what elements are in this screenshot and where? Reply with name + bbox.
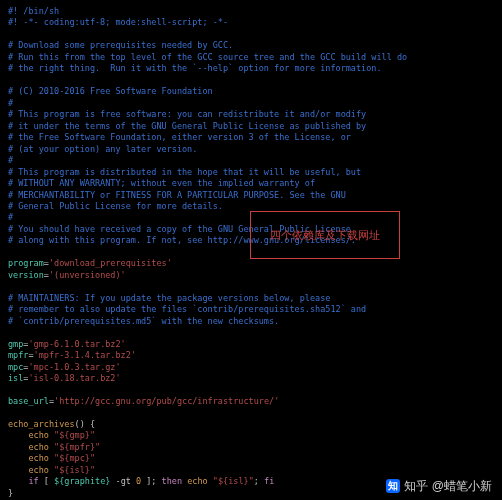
annotation-text: 四个依赖库及下载网址 (270, 228, 380, 243)
annotation-callout: 四个依赖库及下载网址 (250, 211, 400, 259)
watermark: 知 知乎 @蜡笔小新 (386, 478, 492, 494)
watermark-text: 知乎 @蜡笔小新 (404, 478, 492, 494)
zhihu-icon: 知 (386, 479, 400, 493)
